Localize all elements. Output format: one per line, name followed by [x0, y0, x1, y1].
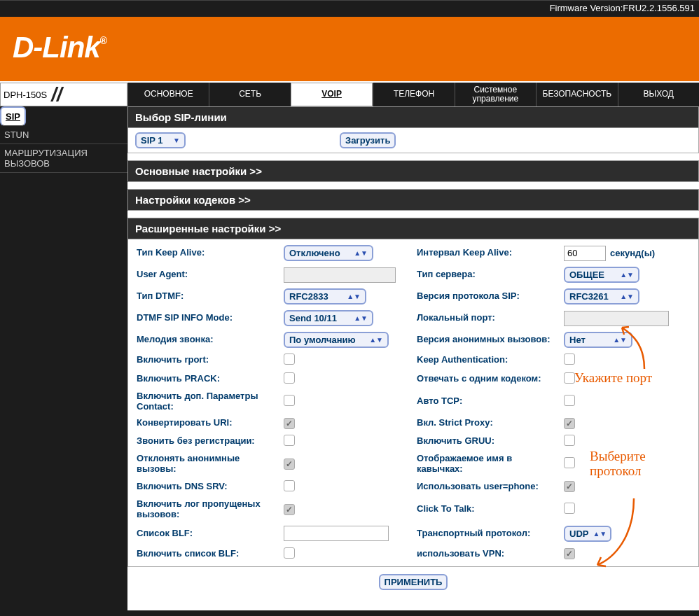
basic-settings-header[interactable]: Основные настройки >> — [127, 160, 699, 182]
reject-anon-checkbox[interactable] — [284, 458, 295, 470]
brand-logo: D-Link® — [13, 31, 106, 64]
keep-alive-type-select[interactable]: Отключено▲▼ — [284, 245, 373, 261]
dtmf-type-select[interactable]: RFC2833▲▼ — [284, 288, 366, 304]
name-quotes-label: Отображаемое имя в кавычках: — [417, 454, 557, 475]
slash-decoration: // — [51, 83, 62, 106]
dtmf-type-label: Тип DTMF: — [137, 291, 277, 302]
ringtone-label: Мелодия звонка: — [137, 335, 277, 345]
main-tab-6[interactable]: ВЫХОД — [618, 83, 699, 106]
enable-blf-label: Включить список BLF: — [137, 549, 277, 559]
advanced-settings-header[interactable]: Расширенные настройки >> — [127, 218, 699, 239]
codec-settings-header[interactable]: Настройки кодеков >> — [127, 189, 699, 211]
updown-icon: ▲▼ — [588, 530, 607, 538]
main-tab-1[interactable]: СЕТЬ — [209, 83, 290, 106]
extra-contact-label: Включить доп. Параметры Contact: — [137, 391, 277, 412]
server-type-label: Тип сервера: — [417, 270, 557, 280]
updown-icon: ▲▼ — [616, 293, 634, 300]
auto-tcp-label: Авто TCP: — [417, 396, 557, 407]
sidebar: SIPSTUNМАРШРУТИЗАЦИЯ ВЫЗОВОВ — [0, 106, 127, 610]
ringtone-select[interactable]: По умолчанию▲▼ — [284, 332, 389, 348]
enable-blf-checkbox[interactable] — [284, 547, 295, 559]
keep-auth-label: Keep Authentication: — [417, 355, 557, 365]
updown-icon: ▲▼ — [342, 293, 361, 300]
prack-label: Включить PRACK: — [137, 374, 277, 384]
sip-line-value: SIP 1 — [141, 135, 163, 146]
gruu-checkbox[interactable] — [564, 435, 575, 446]
sip-line-select[interactable]: SIP 1▼ — [135, 132, 186, 148]
dns-srv-label: Включить DNS SRV: — [137, 482, 277, 492]
user-phone-checkbox[interactable] — [564, 481, 575, 492]
dtmf-info-label: DTMF SIP INFO Mode: — [137, 313, 277, 323]
blf-list-label: Список BLF: — [137, 528, 277, 539]
transport-label: Транспортный протокол: — [417, 528, 557, 539]
click-talk-checkbox[interactable] — [564, 503, 575, 514]
dns-srv-checkbox[interactable] — [284, 480, 295, 491]
blf-list-input[interactable] — [284, 526, 389, 541]
firmware-banner: Firmware Version:FRU2.2.1556.591 — [0, 0, 699, 17]
call-unreg-label: Звонить без регистрации: — [137, 436, 277, 447]
updown-icon: ▲▼ — [616, 271, 634, 279]
local-port-input[interactable] — [564, 311, 669, 326]
rport-checkbox[interactable] — [284, 354, 295, 365]
server-type-select[interactable]: ОБЩЕЕ▲▼ — [564, 267, 639, 283]
user-agent-input[interactable] — [284, 267, 396, 283]
anon-ver-select[interactable]: Нет▲▼ — [564, 332, 632, 348]
sip-version-label: Версия протокола SIP: — [417, 291, 557, 302]
brand-header: D-Link® — [0, 17, 699, 81]
transport-select[interactable]: UDP▲▼ — [564, 526, 611, 542]
main-nav-row: DPH-150S // ОСНОВНОЕСЕТЬVOIPТЕЛЕФОНСисте… — [0, 81, 699, 106]
local-port-label: Локальный порт: — [417, 313, 557, 323]
use-vpn-checkbox[interactable] — [564, 548, 575, 559]
gruu-label: Включить GRUU: — [417, 436, 557, 447]
user-agent-label: User Agent: — [137, 270, 277, 280]
advanced-settings-body: Тип Keep Alive: Отключено▲▼ Интервал Kee… — [127, 239, 699, 567]
rport-label: Включить rport: — [137, 355, 277, 365]
reject-anon-label: Отклонять анонимные вызовы: — [137, 454, 277, 475]
updown-icon: ▲▼ — [365, 336, 383, 344]
keep-alive-interval-unit: секунд(ы) — [610, 248, 655, 258]
one-codec-label: Отвечать с одним кодеком: — [417, 374, 557, 384]
use-vpn-label: использовать VPN: — [417, 549, 557, 559]
sip-version-select[interactable]: RFC3261▲▼ — [564, 288, 639, 304]
main-tab-4[interactable]: Системное управление — [455, 83, 536, 106]
click-talk-label: Click To Talk: — [417, 504, 557, 514]
strict-proxy-checkbox[interactable] — [564, 418, 575, 429]
main-tabs: ОСНОВНОЕСЕТЬVOIPТЕЛЕФОНСистемное управле… — [127, 83, 699, 106]
user-phone-label: Использовать user=phone: — [417, 482, 557, 492]
strict-proxy-label: Вкл. Strict Proxy: — [417, 418, 557, 428]
prack-checkbox[interactable] — [284, 372, 295, 384]
updown-icon: ▲▼ — [350, 249, 368, 257]
updown-icon: ▲▼ — [350, 314, 368, 322]
name-quotes-checkbox[interactable] — [564, 457, 575, 468]
updown-icon: ▲▼ — [609, 336, 627, 344]
keep-alive-interval-label: Интервал Keep Alive: — [417, 248, 557, 258]
dtmf-info-select[interactable]: Send 10/11▲▼ — [284, 310, 373, 326]
keep-auth-checkbox[interactable] — [564, 354, 575, 365]
missed-log-checkbox[interactable] — [284, 504, 295, 515]
convert-uri-label: Конвертировать URI: — [137, 418, 277, 428]
load-button[interactable]: Загрузить — [340, 132, 396, 148]
keep-alive-type-label: Тип Keep Alive: — [137, 248, 277, 258]
apply-button[interactable]: ПРИМЕНИТЬ — [379, 574, 448, 590]
extra-contact-checkbox[interactable] — [284, 395, 295, 406]
anon-ver-label: Версия анонимных вызовов: — [417, 335, 557, 345]
main-tab-5[interactable]: БЕЗОПАСНОСТЬ — [536, 83, 617, 106]
sidebar-item-1[interactable]: STUN — [0, 126, 127, 144]
sidebar-item-2[interactable]: МАРШРУТИЗАЦИЯ ВЫЗОВОВ — [0, 144, 127, 173]
keep-alive-interval-input[interactable] — [564, 246, 606, 261]
main-tab-3[interactable]: ТЕЛЕФОН — [373, 83, 454, 106]
device-model-cell: DPH-150S // — [0, 83, 127, 106]
chevron-down-icon: ▼ — [169, 136, 180, 144]
sip-line-body: SIP 1▼ Загрузить — [127, 128, 699, 153]
one-codec-checkbox[interactable] — [564, 372, 575, 384]
sip-line-header[interactable]: Выбор SIP-линии — [127, 106, 699, 128]
auto-tcp-checkbox[interactable] — [564, 395, 575, 406]
device-model-text: DPH-150S — [4, 90, 47, 100]
call-unreg-checkbox[interactable] — [284, 435, 295, 446]
sidebar-item-0[interactable]: SIP — [0, 106, 26, 126]
main-tab-2[interactable]: VOIP — [291, 83, 373, 106]
content-area: Выбор SIP-линии SIP 1▼ Загрузить Основны… — [127, 106, 699, 610]
missed-log-label: Включить лог пропущеных вызовов: — [137, 499, 277, 520]
main-tab-0[interactable]: ОСНОВНОЕ — [127, 83, 209, 106]
convert-uri-checkbox[interactable] — [284, 418, 295, 429]
